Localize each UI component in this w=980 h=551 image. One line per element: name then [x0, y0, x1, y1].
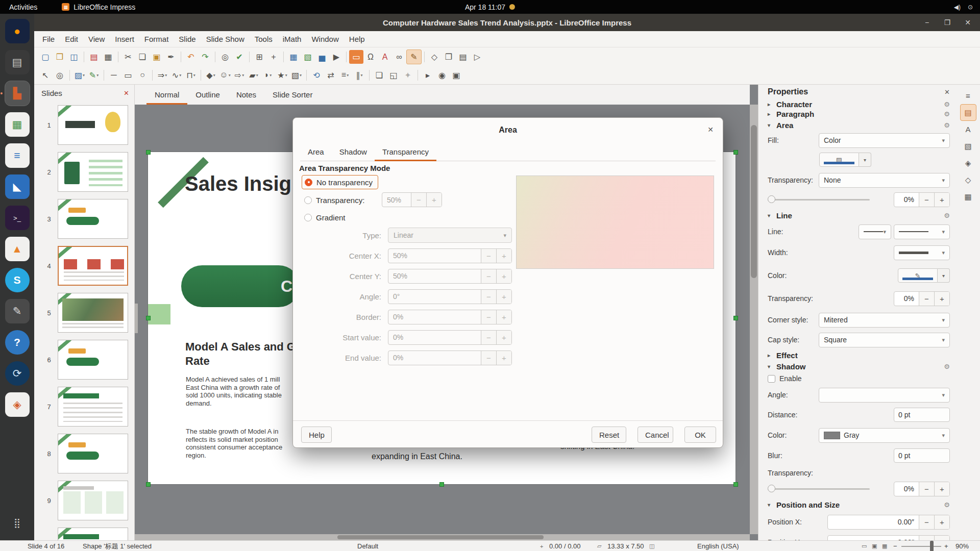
flip-icon[interactable]: ⇄	[324, 68, 338, 82]
menu-item[interactable]: Insert	[110, 31, 139, 47]
language-selector[interactable]: English (USA)	[697, 541, 739, 551]
properties-deck-icon[interactable]: ▤	[960, 104, 976, 121]
slide-thumbnail[interactable]: 4	[40, 242, 128, 289]
dock-gimp[interactable]: ✎	[5, 299, 30, 323]
slide-thumbnail[interactable]: 2	[40, 148, 128, 195]
activities-button[interactable]: Activities	[0, 0, 46, 14]
ok-button[interactable]: OK	[684, 427, 716, 443]
dialog-close-icon[interactable]: ✕	[707, 126, 714, 134]
image-filter-icon[interactable]: ✦	[401, 68, 415, 82]
shadow-distance-field[interactable]: 0 pt	[894, 408, 950, 422]
duplicate-slide-icon[interactable]: ❐	[442, 50, 456, 64]
master-slides-deck-icon[interactable]: ▦	[960, 188, 976, 205]
minimize-button[interactable]: −	[922, 18, 932, 27]
block-arrows-icon[interactable]: ⇨	[232, 68, 247, 82]
section-effect[interactable]: ▸ Effect	[758, 349, 956, 361]
redo-icon[interactable]: ↷	[198, 50, 212, 64]
dock-help[interactable]: ?	[5, 330, 30, 355]
selection-handle[interactable]	[733, 150, 738, 155]
slide-thumbnail[interactable]: 10	[40, 524, 128, 540]
sidebar-settings-icon[interactable]: ≡	[960, 87, 976, 104]
view-tab[interactable]: Notes	[228, 86, 264, 105]
paste-icon[interactable]: ▣	[150, 50, 164, 64]
focused-app-indicator[interactable]: ▦ LibreOffice Impress	[62, 3, 135, 11]
symbol-shapes-icon[interactable]: ☺	[218, 68, 232, 82]
position-x-spinner[interactable]: 0.00″ − +	[827, 515, 950, 530]
fontwork-icon[interactable]: A	[378, 50, 392, 64]
menu-item[interactable]: Format	[139, 31, 174, 47]
edit-points-icon[interactable]: ▸	[421, 68, 435, 82]
dock-libreoffice-impress[interactable]: ▙	[5, 81, 30, 106]
menu-item[interactable]: File	[37, 31, 60, 47]
section-paragraph[interactable]: ▸ Paragraph ⚙	[758, 109, 956, 119]
character-settings-icon[interactable]: ⚙	[944, 101, 950, 108]
styles-deck-icon[interactable]: A	[960, 121, 976, 138]
dock-vscode[interactable]: ◣	[5, 174, 30, 199]
insert-media-icon[interactable]: ▶	[329, 50, 344, 64]
special-character-icon[interactable]: Ω	[363, 50, 378, 64]
gallery-deck-icon[interactable]: ▧	[960, 138, 976, 155]
properties-close-icon[interactable]: ✕	[944, 88, 950, 96]
possize-settings-icon[interactable]: ⚙	[944, 501, 950, 509]
slide-paragraph-2[interactable]: The stable growth of Model A inreflects …	[186, 428, 282, 459]
slide-green-capsule-shape[interactable]: C	[181, 265, 300, 307]
dock-files[interactable]: ▤	[5, 50, 30, 74]
radio-no-transparency[interactable]: No transparency	[302, 175, 378, 189]
show-applications-button[interactable]: ⣿	[5, 511, 30, 535]
shadow-color-select[interactable]: Gray	[819, 428, 950, 443]
insert-table-icon[interactable]: ▦	[286, 50, 301, 64]
slides-panel-close-icon[interactable]: ✕	[124, 89, 129, 97]
line-color-icon[interactable]: ✎	[898, 268, 938, 283]
new-document-icon[interactable]: ▢	[38, 50, 53, 64]
shadow-blur-field[interactable]: 0 pt	[894, 448, 950, 463]
image-caption-left[interactable]: expanding in East China.	[372, 452, 462, 461]
section-area[interactable]: ▾ Area ⚙	[758, 119, 956, 131]
menu-item[interactable]: Edit	[60, 31, 83, 47]
radio-transparency[interactable]: Transparency:	[304, 193, 364, 207]
fit-page-icon[interactable]: ▦	[882, 541, 887, 551]
save-icon[interactable]: ◫	[67, 50, 81, 64]
insert-textbox-icon[interactable]: ▭	[349, 50, 363, 64]
dock-firefox[interactable]: ●	[5, 19, 30, 43]
dock-vlc[interactable]: ▲	[5, 237, 30, 261]
horizontal-scrollbar[interactable]	[134, 534, 750, 540]
zoom-out-icon[interactable]: −	[893, 541, 897, 551]
insert-line-icon[interactable]: ─	[107, 68, 121, 82]
menu-item[interactable]: Tools	[250, 31, 278, 47]
menu-item[interactable]: Slide	[174, 31, 201, 47]
zoom-in-icon[interactable]: +	[944, 541, 948, 551]
rectangle-icon[interactable]: ▭	[121, 68, 135, 82]
curves-icon[interactable]: ∿	[169, 68, 184, 82]
zoom-slider[interactable]	[901, 541, 941, 551]
area-transparency-type-select[interactable]: None	[819, 173, 950, 188]
section-character[interactable]: ▸ Character ⚙	[758, 99, 956, 109]
rotate-icon[interactable]: ⟲	[309, 68, 324, 82]
selection-handle[interactable]	[146, 482, 151, 487]
navigator-deck-icon[interactable]: ◈	[960, 155, 976, 171]
area-settings-icon[interactable]: ⚙	[944, 121, 950, 129]
undo-icon[interactable]: ↶	[184, 50, 198, 64]
menu-item[interactable]: Help	[344, 31, 370, 47]
menu-item[interactable]: Slide Show	[201, 31, 250, 47]
section-shadow[interactable]: ▾ Shadow ⚙	[758, 361, 956, 372]
shadow-icon[interactable]: ❏	[372, 68, 386, 82]
stars-icon[interactable]: ★	[275, 68, 289, 82]
position-y-spinner[interactable]: 0.00″ − +	[827, 535, 950, 541]
slide-thumbnail[interactable]: 7	[40, 383, 128, 430]
find-replace-icon[interactable]: ◎	[218, 50, 232, 64]
fill-color-dropdown-icon[interactable]: ▾	[859, 153, 871, 167]
line-transparency-spinner[interactable]: 0% − +	[894, 291, 950, 306]
spelling-icon[interactable]: ✔	[232, 50, 247, 64]
line-color-dropdown-icon[interactable]: ▾	[938, 268, 950, 283]
dock-terminal[interactable]: >_	[5, 206, 30, 230]
line-width-select[interactable]	[894, 245, 950, 260]
slide-heading-text[interactable]: Model A Sales and Gr Rate	[185, 340, 300, 368]
ellipse-icon[interactable]: ○	[135, 68, 150, 82]
dock-skype[interactable]: S	[5, 268, 30, 292]
restore-button[interactable]: ❐	[942, 18, 952, 27]
fill-type-select[interactable]: Color	[819, 133, 950, 148]
dock-libreoffice-calc[interactable]: ▦	[5, 112, 30, 137]
menu-item[interactable]: Window	[306, 31, 344, 47]
checkbox-icon[interactable]	[768, 375, 775, 383]
help-button[interactable]: Help	[301, 427, 332, 443]
